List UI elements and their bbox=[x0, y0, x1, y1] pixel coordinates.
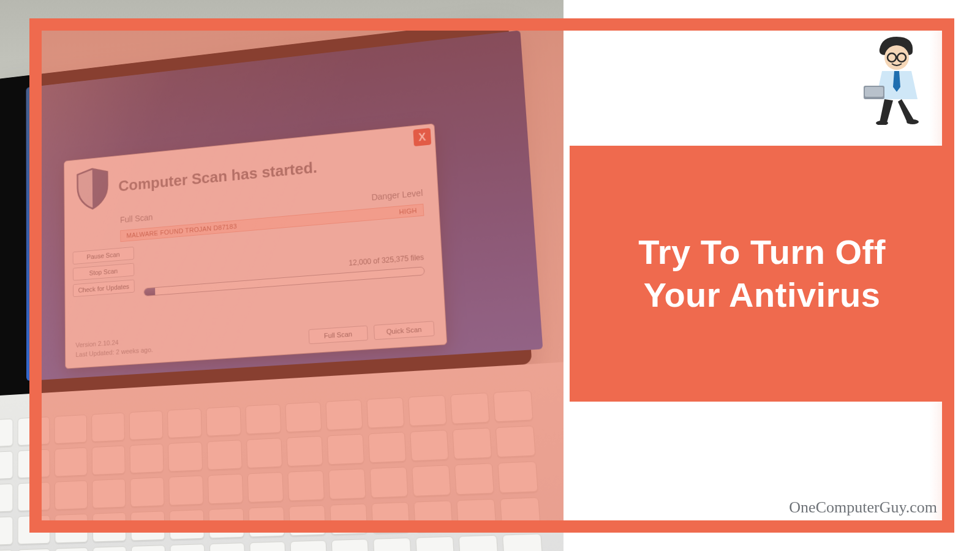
progress-bar-fill bbox=[144, 288, 155, 296]
dialog-title: Computer Scan has started. bbox=[118, 158, 317, 195]
shield-icon bbox=[75, 166, 110, 211]
headline-panel: Try To Turn Off Your Antivirus bbox=[570, 146, 954, 402]
version-info: Version 2.10.24 Last Updated: 2 weeks ag… bbox=[75, 336, 153, 359]
laptop-photo: X Computer Scan has started. Fu bbox=[0, 0, 564, 551]
stop-scan-button[interactable]: Stop Scan bbox=[73, 263, 135, 281]
pause-scan-button[interactable]: Pause Scan bbox=[73, 247, 134, 264]
antivirus-scan-dialog: X Computer Scan has started. Fu bbox=[64, 123, 447, 369]
close-icon[interactable]: X bbox=[413, 128, 431, 146]
progress-bar bbox=[144, 266, 425, 296]
quick-scan-button[interactable]: Quick Scan bbox=[374, 321, 435, 340]
full-scan-button[interactable]: Full Scan bbox=[309, 326, 368, 345]
svg-rect-5 bbox=[865, 87, 883, 97]
laptop-keys bbox=[0, 390, 543, 551]
check-updates-button[interactable]: Check for Updates bbox=[73, 279, 135, 297]
svg-point-7 bbox=[907, 119, 919, 124]
laptop-screen: X Computer Scan has started. Fu bbox=[26, 30, 543, 381]
headline-text: Try To Turn Off Your Antivirus bbox=[597, 231, 927, 317]
mascot-icon bbox=[861, 33, 930, 125]
site-watermark: OneComputerGuy.com bbox=[789, 498, 937, 517]
scan-mode-label: Full Scan bbox=[120, 212, 153, 225]
danger-level-label: Danger Level bbox=[371, 188, 423, 202]
progress-count: 12,000 of 325,375 files bbox=[349, 253, 424, 268]
infographic-canvas: X Computer Scan has started. Fu bbox=[0, 0, 980, 551]
threat-level: HIGH bbox=[399, 207, 417, 216]
laptop: X Computer Scan has started. Fu bbox=[0, 10, 564, 517]
laptop-screen-bezel: X Computer Scan has started. Fu bbox=[0, 18, 532, 395]
